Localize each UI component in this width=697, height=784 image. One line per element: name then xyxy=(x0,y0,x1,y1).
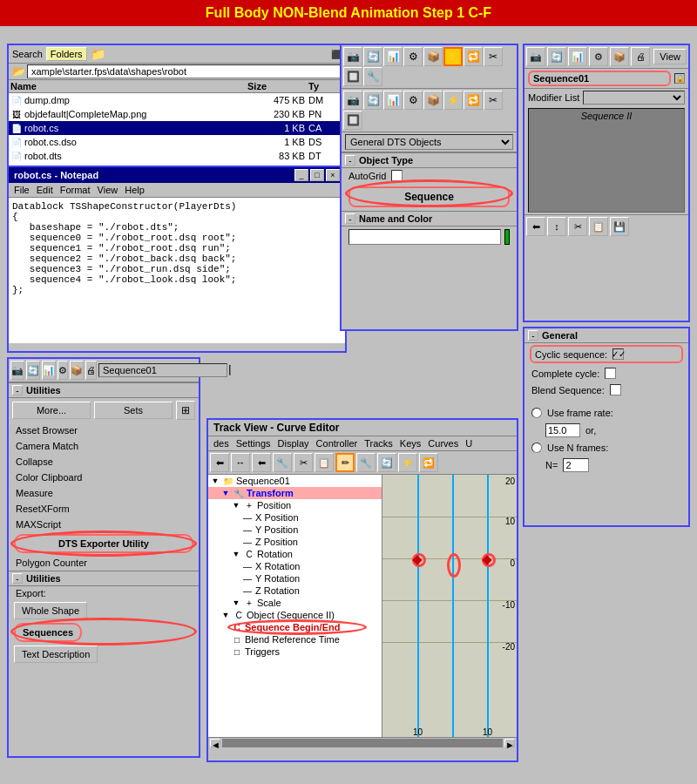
mod-tb-btn-2[interactable]: 🔄 xyxy=(547,47,566,66)
dts-tb2-btn-3[interactable]: 📊 xyxy=(383,91,403,110)
scroll-right-btn[interactable]: ► xyxy=(504,739,515,747)
text-description-btn[interactable]: Text Description xyxy=(14,645,98,663)
dts-object-select[interactable]: General DTS Objects xyxy=(345,134,513,150)
tree-expand-transform[interactable]: ▼ xyxy=(220,488,231,498)
util-tb-btn-4[interactable]: ⚙ xyxy=(58,361,68,380)
dts-tb-btn-2[interactable]: 🔄 xyxy=(363,47,382,66)
n-frames-input[interactable] xyxy=(563,458,589,472)
name-color-collapse[interactable]: - xyxy=(345,213,355,224)
util-polygon-counter[interactable]: Polygon Counter xyxy=(9,555,199,571)
mod-bottom-btn-4[interactable]: 📋 xyxy=(589,217,608,236)
util-tb-btn-6[interactable]: 🖨 xyxy=(85,361,97,380)
blend-sequence-checkbox[interactable] xyxy=(610,384,621,395)
tree-item-triggers[interactable]: □ Triggers xyxy=(208,645,382,658)
dts-tb2-btn-8[interactable]: ✂ xyxy=(484,91,503,110)
mod-tb-btn-1[interactable]: 📷 xyxy=(526,47,545,66)
mod-tb-btn-4[interactable]: ⚙ xyxy=(589,47,608,66)
track-tb-btn-5[interactable]: ✂ xyxy=(294,453,313,472)
file-item-robot-dts[interactable]: 📄 robot.dts 83 KB DT xyxy=(9,149,345,163)
menu-view[interactable]: View xyxy=(98,185,118,195)
tree-item-blend-ref[interactable]: □ Blend Reference Time xyxy=(208,633,382,645)
tree-item-position[interactable]: ▼ + Position xyxy=(208,499,382,511)
dts-tb2-btn-5[interactable]: 📦 xyxy=(423,91,443,110)
dts-tb2-btn-9[interactable]: 🔲 xyxy=(343,111,362,130)
notepad-minimize[interactable]: _ xyxy=(294,169,308,181)
dts-tb2-btn-7[interactable]: 🔁 xyxy=(464,91,483,110)
tree-item-transform[interactable]: ▼ 🔧 Transform xyxy=(208,487,382,499)
modifier-seq-input[interactable] xyxy=(528,71,671,86)
sets-btn[interactable]: Sets xyxy=(94,402,173,419)
dts-tb-btn-6[interactable]: ⚡ xyxy=(443,47,463,66)
notepad-content[interactable]: Datablock TSShapeConstructor(PlayerDts) … xyxy=(9,198,345,343)
track-tb-btn-7[interactable]: ✏ xyxy=(335,453,355,472)
track-tb-btn-11[interactable]: 🔁 xyxy=(419,453,438,472)
color-swatch[interactable] xyxy=(504,229,510,245)
tree-item-rotation[interactable]: ▼ C Rotation xyxy=(208,548,382,560)
tree-item-sequence01[interactable]: ▼ 📁 Sequence01 xyxy=(208,475,382,487)
util-asset-browser[interactable]: Asset Browser xyxy=(9,422,199,438)
menu-tracks[interactable]: Tracks xyxy=(364,438,393,449)
track-tb-btn-3[interactable]: ⬅ xyxy=(252,453,271,472)
tree-item-x-position[interactable]: — X Position xyxy=(208,511,382,524)
menu-format[interactable]: Format xyxy=(60,185,91,195)
object-type-collapse[interactable]: - xyxy=(345,155,355,166)
sequence-button[interactable]: Sequence xyxy=(348,186,510,207)
track-tb-btn-10[interactable]: ⚡ xyxy=(398,453,417,472)
util-measure[interactable]: Measure xyxy=(9,485,199,501)
autogrid-checkbox[interactable] xyxy=(391,170,403,181)
use-n-frames-radio[interactable] xyxy=(531,443,542,453)
mod-bottom-btn-1[interactable]: ⬅ xyxy=(526,217,545,236)
mod-bottom-btn-5[interactable]: 💾 xyxy=(610,217,629,236)
menu-edit[interactable]: Edit xyxy=(37,185,53,195)
track-tb-btn-8[interactable]: 🔧 xyxy=(356,453,376,472)
menu-display[interactable]: Display xyxy=(278,438,309,449)
tree-item-z-position[interactable]: — Z Position xyxy=(208,536,382,548)
notepad-close[interactable]: × xyxy=(326,169,340,181)
util-reset-xform[interactable]: ResetXForm xyxy=(9,501,199,517)
file-item-robot-cs-dso[interactable]: 📄 robot.cs.dso 1 KB DS xyxy=(9,135,345,149)
scroll-left-btn[interactable]: ◄ xyxy=(210,739,220,747)
tree-item-y-position[interactable]: — Y Position xyxy=(208,524,382,536)
dts-exporter-btn[interactable]: DTS Exporter Utility xyxy=(14,534,193,553)
export-collapse[interactable]: - xyxy=(12,573,23,584)
mod-tb-btn-6[interactable]: 🖨 xyxy=(631,47,650,66)
tree-expand-scale[interactable]: ▼ xyxy=(231,598,241,608)
tree-expand-position[interactable]: ▼ xyxy=(231,500,241,510)
file-item-png[interactable]: 🖼 objdefault|CompleteMap.png 230 KB PN xyxy=(9,107,345,121)
util-camera-match[interactable]: Camera Match xyxy=(9,438,199,454)
dts-tb-btn-9[interactable]: 🔲 xyxy=(343,67,362,86)
util-extra-btn[interactable]: ⊞ xyxy=(176,401,195,420)
mod-bottom-btn-3[interactable]: ✂ xyxy=(568,217,587,236)
name-input[interactable] xyxy=(348,229,501,245)
tree-expand-rotation[interactable]: ▼ xyxy=(231,549,241,559)
frame-rate-input[interactable] xyxy=(545,423,580,437)
util-tb-btn-2[interactable]: 🔄 xyxy=(26,361,40,380)
general-collapse[interactable]: - xyxy=(528,330,538,341)
tree-item-z-rotation[interactable]: — Z Rotation xyxy=(208,585,382,597)
util-color-clipboard[interactable]: Color Clipboard xyxy=(9,470,199,485)
menu-file[interactable]: File xyxy=(14,185,30,195)
complete-cycle-checkbox[interactable] xyxy=(605,368,616,379)
track-tb-btn-4[interactable]: 🔧 xyxy=(273,453,292,472)
util-maxscript[interactable]: MAXScript xyxy=(9,517,199,532)
scroll-track[interactable] xyxy=(222,739,503,747)
utilities-collapse[interactable]: - xyxy=(12,385,23,395)
modifier-view-btn[interactable]: View xyxy=(653,49,687,64)
dts-tb-btn-8[interactable]: ✂ xyxy=(484,47,503,66)
file-item-robot-cs[interactable]: 📄 robot.cs 1 KB CA xyxy=(9,121,345,135)
menu-help[interactable]: Help xyxy=(125,185,145,195)
dts-tb2-btn-4[interactable]: ⚙ xyxy=(403,91,423,110)
utilities-seq-input[interactable] xyxy=(98,363,227,377)
modifier-list-select[interactable] xyxy=(583,91,685,105)
util-tb-btn-5[interactable]: 📦 xyxy=(70,361,84,380)
util-tb-btn-3[interactable]: 📊 xyxy=(42,361,56,380)
mod-bottom-btn-2[interactable]: ↕ xyxy=(547,217,566,236)
file-item-dump[interactable]: 📄 dump.dmp 475 KB DM xyxy=(9,93,345,107)
sequences-btn[interactable]: Sequences xyxy=(14,623,82,642)
whole-shape-btn[interactable]: Whole Shape xyxy=(14,602,87,619)
dts-tb-btn-4[interactable]: ⚙ xyxy=(403,47,423,66)
dts-tb-btn-10[interactable]: 🔧 xyxy=(363,67,382,86)
dts-tb-btn-5[interactable]: 📦 xyxy=(423,47,443,66)
notepad-maximize[interactable]: □ xyxy=(310,169,324,181)
dts-tb-btn-3[interactable]: 📊 xyxy=(383,47,403,66)
